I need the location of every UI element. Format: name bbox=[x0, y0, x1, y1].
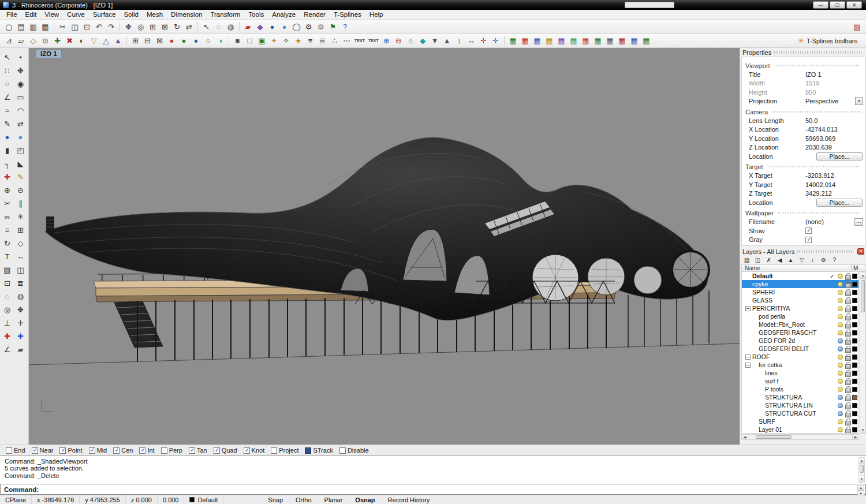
osnap-checkbox[interactable] bbox=[214, 447, 220, 454]
property-widget[interactable] bbox=[805, 237, 812, 243]
document-properties-button[interactable]: ⚙ bbox=[315, 21, 327, 32]
layer-lock-icon[interactable] bbox=[844, 337, 852, 344]
osnap-toggle[interactable]: Int bbox=[139, 447, 154, 454]
axis-z-tool[interactable]: ✚ bbox=[14, 330, 27, 342]
column-name[interactable]: Name bbox=[742, 265, 851, 271]
status-toggle[interactable]: Record History bbox=[382, 496, 436, 503]
osnap-tool[interactable]: ✛ bbox=[14, 317, 27, 329]
hide-button[interactable]: ◌ bbox=[212, 21, 225, 32]
scale-tool[interactable]: ◇ bbox=[14, 237, 27, 249]
layer-visibility-bulb[interactable] bbox=[836, 298, 844, 303]
curve-tool[interactable]: ≈ bbox=[1, 104, 14, 117]
layer-row[interactable]: lines bbox=[742, 369, 858, 377]
circle-center-button[interactable]: ⊙ bbox=[39, 35, 51, 47]
layer-lock-icon[interactable] bbox=[844, 345, 852, 352]
layer-visibility-bulb[interactable] bbox=[836, 427, 844, 432]
layer-lock-icon[interactable] bbox=[844, 305, 852, 312]
layer-lock-icon[interactable] bbox=[844, 289, 852, 296]
diamond-teal-button[interactable]: ◆ bbox=[417, 35, 429, 47]
dimension-tool[interactable]: ↔ bbox=[14, 251, 27, 263]
layer-row[interactable]: STRUKTURA bbox=[742, 393, 858, 401]
explode-tool[interactable]: ✳ bbox=[14, 211, 27, 223]
layer-color-swatch[interactable] bbox=[852, 290, 857, 295]
grid-teal-button[interactable]: ▦ bbox=[568, 35, 580, 47]
layer-visibility-bulb[interactable] bbox=[836, 371, 844, 376]
osnap-checkbox[interactable] bbox=[161, 447, 167, 454]
menu-item[interactable]: Dimension bbox=[167, 10, 206, 18]
control-points-tool[interactable]: ∷ bbox=[1, 65, 14, 77]
print-button[interactable]: ▦ bbox=[39, 21, 51, 32]
layer-visibility-bulb[interactable] bbox=[836, 290, 844, 295]
layer-lock-icon[interactable] bbox=[844, 418, 852, 425]
tsplines-toolbar-launcher[interactable]: ✳ T-Splines toolbars bbox=[798, 36, 863, 45]
polyline-tool[interactable]: ∠ bbox=[1, 91, 14, 103]
scroll-right-icon[interactable]: ▶ bbox=[852, 435, 858, 439]
lines-button[interactable]: ≡ bbox=[304, 35, 316, 47]
osnap-toggle[interactable]: End bbox=[6, 447, 25, 454]
layer-color-swatch[interactable] bbox=[852, 379, 857, 384]
lock-object-tool[interactable]: ◍ bbox=[14, 290, 27, 303]
dots-button[interactable]: ∴ bbox=[329, 35, 341, 47]
layer-visibility-bulb[interactable] bbox=[836, 403, 844, 408]
new-file-button[interactable]: ▢ bbox=[3, 21, 15, 32]
chamfer-tool[interactable]: ◣ bbox=[14, 158, 27, 170]
layer-lock-icon[interactable] bbox=[844, 378, 852, 384]
property-widget[interactable] bbox=[855, 97, 863, 105]
osnap-checkbox[interactable] bbox=[271, 447, 277, 454]
layer-visibility-bulb[interactable] bbox=[836, 387, 844, 392]
pan-view-button[interactable]: ✥ bbox=[122, 21, 135, 32]
toolbar-overflow-button[interactable]: ▨ bbox=[851, 21, 863, 32]
osnap-toggle[interactable]: Cen bbox=[113, 447, 133, 454]
osnap-toggle[interactable]: Tan bbox=[189, 447, 207, 454]
scroll-down-icon[interactable]: ▼ bbox=[859, 476, 864, 482]
layer-visibility-bulb[interactable] bbox=[836, 282, 844, 287]
lines-dense-button[interactable]: ≣ bbox=[316, 35, 329, 47]
box-tool[interactable]: ▮ bbox=[1, 144, 14, 156]
property-widget[interactable] bbox=[854, 218, 863, 226]
property-value[interactable]: 14002.014 bbox=[805, 181, 865, 188]
ellipsis-button[interactable]: ⋯ bbox=[341, 35, 353, 47]
lock-button[interactable]: ◍ bbox=[225, 21, 237, 32]
help-button[interactable]: ? bbox=[339, 21, 351, 32]
sphere-tool[interactable]: ● bbox=[1, 131, 14, 143]
render-small-tool[interactable]: ▰ bbox=[14, 344, 27, 356]
layer-lock-icon[interactable] bbox=[844, 361, 852, 368]
layer-row[interactable]: cpyke bbox=[742, 280, 858, 288]
osnap-toggle[interactable]: Near bbox=[32, 447, 54, 454]
osnap-checkbox[interactable] bbox=[244, 447, 250, 454]
hatch-tool[interactable]: ▨ bbox=[1, 264, 14, 276]
layer-color-swatch[interactable] bbox=[852, 298, 857, 303]
grid-purple-button[interactable]: ▦ bbox=[555, 35, 568, 47]
menu-item[interactable]: Tools bbox=[244, 10, 268, 18]
select-button[interactable]: ↖ bbox=[200, 21, 212, 32]
layer-color-swatch[interactable] bbox=[852, 354, 857, 360]
toolbar-icon[interactable] bbox=[120, 22, 120, 31]
options-gear-button[interactable]: ⚙ bbox=[303, 21, 315, 32]
layer-row[interactable]: GLASS bbox=[742, 296, 858, 304]
command-history[interactable]: Command: _ShadedViewport5 curves added t… bbox=[0, 456, 866, 484]
toolbar-icon[interactable] bbox=[504, 36, 505, 46]
layer-color-swatch[interactable] bbox=[852, 395, 857, 400]
toolbar-icon[interactable] bbox=[126, 36, 127, 46]
arrow-down-button[interactable]: ▼ bbox=[429, 35, 441, 47]
layers-horizontal-scrollbar[interactable]: ◀ ▶ bbox=[741, 434, 859, 440]
layer-color-swatch[interactable] bbox=[852, 363, 857, 368]
grid-button[interactable]: ⊞ bbox=[129, 35, 141, 47]
grid-gold-button[interactable]: ▦ bbox=[543, 35, 555, 47]
add-red-tool[interactable]: ✚ bbox=[1, 171, 14, 183]
osnap-toggle[interactable]: Mid bbox=[89, 447, 107, 454]
property-value[interactable]: Place... bbox=[816, 199, 863, 207]
osnap-toggle[interactable]: Knot bbox=[244, 447, 265, 454]
grid-red-button[interactable]: ▦ bbox=[519, 35, 531, 47]
contrast-button[interactable]: ◑ bbox=[214, 35, 226, 47]
osnap-toggle[interactable]: STrack bbox=[305, 447, 333, 454]
layer-color-swatch[interactable] bbox=[852, 346, 857, 352]
layer-lock-icon[interactable] bbox=[844, 272, 852, 279]
square-dark-button[interactable]: ■ bbox=[232, 35, 244, 47]
delete-button[interactable]: ✖ bbox=[64, 35, 76, 47]
layer-lock-icon[interactable] bbox=[844, 329, 852, 336]
point-tool[interactable]: • bbox=[14, 51, 27, 64]
wireframe-viewport-button[interactable]: ◯ bbox=[290, 21, 303, 32]
zoom-window-button[interactable]: ⊞ bbox=[147, 21, 159, 32]
group-tool[interactable]: ⊡ bbox=[1, 277, 14, 289]
